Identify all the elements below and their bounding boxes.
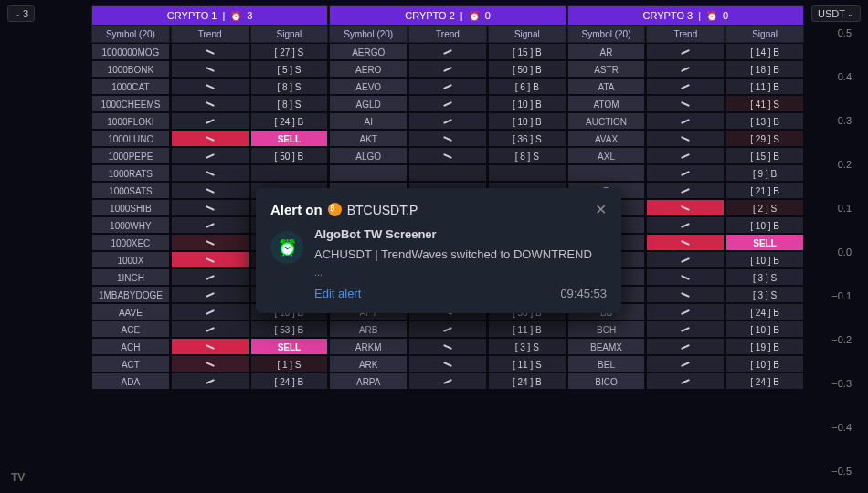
- table-row: AERGO[ 15 ] B: [329, 43, 566, 60]
- symbol-cell[interactable]: ADA: [91, 372, 170, 390]
- symbol-cell[interactable]: 1000FLOKI: [91, 112, 170, 130]
- signal-cell: [ 10 ] B: [725, 216, 804, 234]
- table-row: ADA[ 24 ] B: [91, 372, 328, 390]
- signal-cell: [ 10 ] B: [725, 320, 804, 338]
- trend-cell: [646, 147, 725, 164]
- symbol-cell[interactable]: 1000000MOG: [91, 43, 170, 60]
- symbol-cell[interactable]: AERGO: [329, 43, 408, 60]
- pane-selector[interactable]: ⌄3: [7, 5, 35, 22]
- symbol-cell[interactable]: ARPA: [329, 372, 408, 390]
- symbol-cell[interactable]: 1000LUNC: [91, 130, 170, 147]
- table-row: AERO[ 50 ] B: [329, 60, 566, 78]
- symbol-cell[interactable]: BEAMX: [567, 338, 646, 355]
- trend-cell: [408, 43, 487, 60]
- signal-cell: [488, 164, 566, 182]
- symbol-cell[interactable]: 1MBABYDOGE: [91, 286, 170, 303]
- trend-cell: [171, 372, 249, 390]
- symbol-cell[interactable]: [567, 164, 646, 182]
- table-row: AGLD[ 10 ] B: [329, 95, 566, 112]
- symbol-cell[interactable]: AEVO: [329, 78, 408, 95]
- column-header[interactable]: Symbol (20): [567, 26, 646, 43]
- symbol-cell[interactable]: 1000RATS: [91, 164, 170, 182]
- symbol-cell[interactable]: AUCTION: [567, 112, 646, 130]
- symbol-cell[interactable]: BCH: [567, 320, 646, 338]
- trend-cell: [171, 112, 249, 130]
- trend-cell: [171, 164, 249, 182]
- symbol-cell[interactable]: AERO: [329, 60, 408, 78]
- trend-cell: [171, 268, 249, 286]
- edit-alert-link[interactable]: Edit alert: [314, 287, 361, 300]
- symbol-cell[interactable]: ARB: [329, 320, 408, 338]
- trend-cell: [646, 338, 725, 355]
- symbol-cell[interactable]: ARKM: [329, 338, 408, 355]
- signal-cell: [ 11 ] B: [488, 320, 566, 338]
- signal-cell: SELL: [250, 130, 329, 147]
- symbol-cell[interactable]: AAVE: [91, 303, 170, 320]
- symbol-cell[interactable]: AKT: [329, 130, 408, 147]
- trend-cell: [408, 78, 487, 95]
- symbol-cell[interactable]: 1000BONK: [91, 60, 170, 78]
- symbol-cell[interactable]: BEL: [567, 355, 646, 372]
- symbol-cell[interactable]: ARK: [329, 355, 408, 372]
- symbol-cell[interactable]: BICO: [567, 372, 646, 390]
- table-row: ASTR[ 18 ] B: [567, 60, 804, 78]
- symbol-cell[interactable]: AR: [567, 43, 646, 60]
- trend-cell: [646, 199, 725, 216]
- symbol-cell[interactable]: ATOM: [567, 95, 646, 112]
- column-header[interactable]: Symbol (20): [91, 26, 170, 43]
- trend-cell: [408, 130, 487, 147]
- column-header[interactable]: Symbol (20): [329, 26, 408, 43]
- trend-cell: [646, 182, 725, 199]
- symbol-cell[interactable]: AVAX: [567, 130, 646, 147]
- symbol-cell[interactable]: AXL: [567, 147, 646, 164]
- symbol-cell[interactable]: 1INCH: [91, 268, 170, 286]
- symbol-cell[interactable]: AGLD: [329, 95, 408, 112]
- column-header[interactable]: Trend: [408, 26, 487, 43]
- alert-title: Alert on: [270, 202, 323, 217]
- close-icon[interactable]: ✕: [595, 201, 607, 218]
- column-header[interactable]: Trend: [171, 26, 249, 43]
- trend-cell: [646, 43, 725, 60]
- symbol-cell[interactable]: ACE: [91, 320, 170, 338]
- table-row: AI[ 10 ] B: [329, 112, 566, 130]
- group-name: CRYPTO 2: [405, 10, 455, 21]
- column-header[interactable]: Trend: [646, 26, 725, 43]
- symbol-cell[interactable]: ALGO: [329, 147, 408, 164]
- symbol-cell[interactable]: 1000SHIB: [91, 199, 170, 216]
- symbol-cell[interactable]: 1000XEC: [91, 234, 170, 251]
- trend-cell: [646, 268, 725, 286]
- table-row: 1000FLOKI[ 24 ] B: [91, 112, 328, 130]
- symbol-cell[interactable]: 1000PEPE: [91, 147, 170, 164]
- group-header[interactable]: CRYPTO 2|⏰0: [329, 5, 566, 26]
- table-row: BCH[ 10 ] B: [567, 320, 804, 338]
- symbol-cell[interactable]: 1000CHEEMS: [91, 95, 170, 112]
- alert-message: ACHUSDT | TrendWaves switched to DOWNTRE…: [314, 246, 607, 263]
- symbol-cell[interactable]: 1000WHY: [91, 216, 170, 234]
- symbol-cell[interactable]: ACH: [91, 338, 170, 355]
- signal-cell: [ 24 ] B: [725, 303, 804, 320]
- symbol-cell[interactable]: [329, 164, 408, 182]
- signal-cell: SELL: [725, 234, 804, 251]
- symbol-cell[interactable]: AI: [329, 112, 408, 130]
- symbol-cell[interactable]: ATA: [567, 78, 646, 95]
- group-header[interactable]: CRYPTO 1|⏰3: [91, 5, 328, 26]
- column-header[interactable]: Signal: [250, 26, 329, 43]
- pane-number: 3: [23, 8, 28, 19]
- symbol-cell[interactable]: ASTR: [567, 60, 646, 78]
- signal-cell: [ 10 ] B: [488, 95, 566, 112]
- table-row: AKT[ 36 ] S: [329, 130, 566, 147]
- alarm-icon: ⏰: [469, 11, 480, 21]
- column-header[interactable]: Signal: [488, 26, 566, 43]
- table-row: ARKM[ 3 ] S: [329, 338, 566, 355]
- symbol-cell[interactable]: ACT: [91, 355, 170, 372]
- column-header[interactable]: Signal: [725, 26, 804, 43]
- separator: |: [698, 10, 701, 21]
- trend-cell: [171, 147, 249, 164]
- trend-cell: [646, 95, 725, 112]
- symbol-cell[interactable]: 1000SATS: [91, 182, 170, 199]
- symbol-cell[interactable]: 1000X: [91, 251, 170, 268]
- quote-currency-selector[interactable]: USDT⌄: [811, 5, 861, 22]
- trend-cell: [171, 338, 249, 355]
- symbol-cell[interactable]: 1000CAT: [91, 78, 170, 95]
- group-header[interactable]: CRYPTO 3|⏰0: [567, 5, 804, 26]
